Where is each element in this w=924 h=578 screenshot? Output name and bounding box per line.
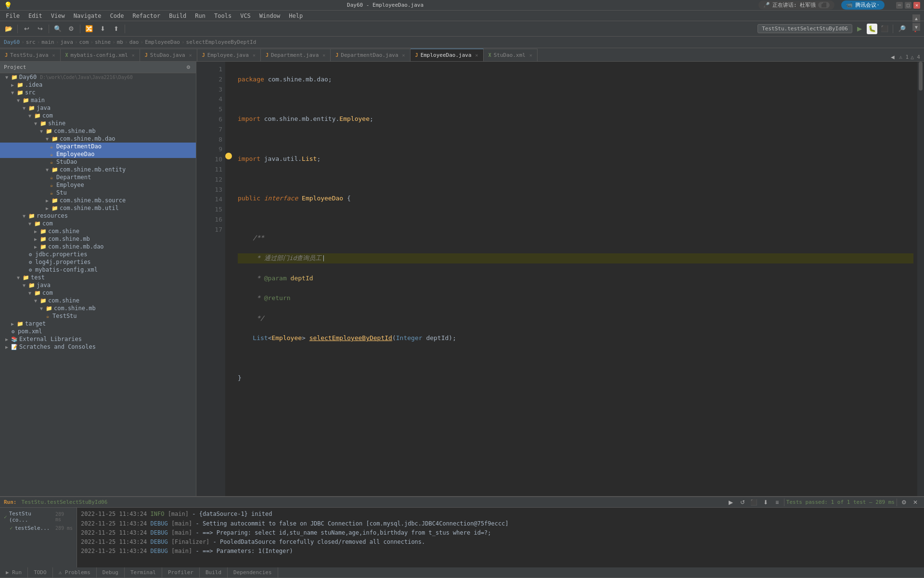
project-gear-btn[interactable]: ⚙	[184, 64, 192, 71]
source-code[interactable]: package com.shine.mb.dao; import com.shi…	[234, 62, 917, 496]
tree-res-comshiembdao[interactable]: ▶ 📁 com.shine.mb.dao	[0, 243, 196, 250]
bc-com[interactable]: com	[79, 39, 89, 45]
close-bottom-btn[interactable]: ✕	[911, 498, 920, 507]
toolbar-settings-btn[interactable]: ⚙	[65, 23, 77, 35]
tree-com[interactable]: ▼ 📁 com	[0, 112, 196, 119]
tree-com-shine-mb-util[interactable]: ▶ 📁 com.shine.mb.util	[0, 204, 196, 212]
tree-employeedao-file[interactable]: ☕ EmployeeDao	[0, 150, 196, 158]
menu-run[interactable]: Run	[191, 12, 209, 20]
toolbar-project-btn[interactable]: 📂	[3, 23, 14, 35]
menu-navigate[interactable]: Navigate	[70, 12, 105, 20]
bc-src[interactable]: src	[26, 39, 36, 45]
bottom-tab-todo[interactable]: TODO	[28, 567, 53, 578]
tab-close-employee[interactable]: ✕	[253, 53, 256, 58]
tree-res-comshiemb[interactable]: ▶ 📁 com.shine.mb	[0, 235, 196, 243]
tab-scroll-left[interactable]: ◀	[888, 53, 897, 61]
bottom-tab-build[interactable]: Build	[200, 567, 228, 578]
tab-department[interactable]: J Department.java ✕	[261, 49, 331, 61]
stop-button[interactable]: ⬛	[879, 24, 890, 34]
rerun-failed-btn[interactable]: ↺	[738, 498, 747, 507]
tree-test-com[interactable]: ▼ 📁 com	[0, 289, 196, 297]
code-editor[interactable]: 1 2 3 4 5 6 7 8 9 10 11 12 13 14 15 16 1	[196, 62, 924, 496]
tab-close-teststu[interactable]: ✕	[52, 53, 55, 58]
speaking-action[interactable]: ⬛	[818, 2, 830, 8]
tree-departmentdao-file[interactable]: ☕ DepartmentDao	[0, 143, 196, 150]
scrollbar-thumb[interactable]	[919, 62, 923, 91]
tab-close-mybatis[interactable]: ✕	[132, 53, 135, 58]
tree-day60[interactable]: ▼ 📁 Day60 D:\work\Code\Java\Java2216\Day…	[0, 73, 196, 81]
bc-method[interactable]: selectEmployeeByDeptId	[186, 39, 257, 45]
bottom-tab-profiler[interactable]: Profiler	[162, 567, 200, 578]
menu-refactor[interactable]: Refactor	[128, 12, 164, 20]
tab-employee[interactable]: J Employee.java ✕	[197, 49, 261, 61]
menu-build[interactable]: Build	[165, 12, 190, 20]
menu-edit[interactable]: Edit	[25, 12, 46, 20]
bottom-tab-terminal[interactable]: Terminal	[125, 567, 162, 578]
menu-tools[interactable]: Tools	[210, 12, 235, 20]
tree-com-shine-mb-entity[interactable]: ▼ 📁 com.shine.mb.entity	[0, 166, 196, 173]
debug-button[interactable]: 🐛	[867, 24, 877, 34]
bottom-tab-dependencies[interactable]: Dependencies	[228, 567, 278, 578]
bc-employeedao[interactable]: EmployeeDao	[145, 39, 180, 45]
tree-external-libs[interactable]: ▶ 📚 External Libraries	[0, 335, 196, 343]
tree-jdbc-props[interactable]: ⚙ jdbc.properties	[0, 250, 196, 258]
close-button[interactable]: ✕	[913, 2, 920, 9]
tab-close-departmentdao[interactable]: ✕	[402, 53, 405, 58]
filter-btn[interactable]: ⬇	[761, 498, 770, 507]
tree-shine[interactable]: ▼ 📁 shine	[0, 119, 196, 127]
tree-teststu-file[interactable]: ☕ TestStu	[0, 312, 196, 320]
tab-close-employeedao[interactable]: ✕	[475, 53, 478, 58]
toolbar-search-btn[interactable]: 🔍	[52, 23, 64, 35]
bc-shine[interactable]: shine	[95, 39, 111, 45]
title-bar-right[interactable]: 🎤 正在讲话: 杜军强 ⬛ 📹 腾讯会议· ─ □ ✕	[758, 0, 920, 10]
menu-help[interactable]: Help	[285, 12, 307, 20]
bottom-tab-debug[interactable]: Debug	[97, 567, 125, 578]
tree-studao-file[interactable]: ☕ StuDao	[0, 158, 196, 166]
menu-vcs[interactable]: VCS	[236, 12, 255, 20]
test-item-selectstu[interactable]: ✓ testSele... 289 ms	[2, 524, 75, 532]
run-button[interactable]: ▶	[854, 24, 865, 34]
tree-employee-file[interactable]: ☕ Employee	[0, 181, 196, 189]
tree-pomxml[interactable]: ⚙ pom.xml	[0, 328, 196, 335]
tree-log4j-props[interactable]: ⚙ log4j.properties	[0, 258, 196, 266]
bottom-tab-run[interactable]: ▶ Run	[0, 567, 28, 578]
tree-mybatis-config[interactable]: ⚙ mybatis-config.xml	[0, 266, 196, 274]
tree-test[interactable]: ▼ 📁 test	[0, 274, 196, 281]
toolbar-push-btn[interactable]: ⬆	[110, 23, 122, 35]
video-call-badge[interactable]: 📹 腾讯会议·	[841, 0, 885, 10]
tree-res-com[interactable]: ▼ 📁 com	[0, 220, 196, 227]
tree-idea[interactable]: ▶ 📁 .idea	[0, 81, 196, 89]
tree-scratches[interactable]: ▶ 📝 Scratches and Consoles	[0, 343, 196, 351]
tree-res-com-shine[interactable]: ▶ 📁 com.shine	[0, 227, 196, 235]
bottom-tab-problems[interactable]: ⚠ Problems	[53, 567, 97, 578]
minimize-button[interactable]: ─	[896, 2, 903, 9]
tree-com-shine-mb[interactable]: ▼ 📁 com.shine.mb	[0, 127, 196, 135]
menu-window[interactable]: Window	[256, 12, 284, 20]
rerun-btn[interactable]: ▶	[726, 498, 736, 507]
toolbar-search2-btn[interactable]: 🔎	[896, 23, 908, 35]
menu-code[interactable]: Code	[106, 12, 128, 20]
tab-studao[interactable]: J StuDao.java ✕	[140, 49, 197, 61]
bc-dao[interactable]: dao	[129, 39, 139, 45]
tab-studaoxml[interactable]: X StuDao.xml ✕	[484, 49, 538, 61]
maximize-button[interactable]: □	[905, 2, 911, 9]
tab-close-studao[interactable]: ✕	[189, 53, 192, 58]
toolbar-git-btn[interactable]: 🔀	[83, 23, 95, 35]
bc-main[interactable]: main	[41, 39, 54, 45]
tree-com-shine-mb-source[interactable]: ▶ 📁 com.shine.mb.source	[0, 197, 196, 204]
menu-file[interactable]: File	[2, 12, 24, 20]
tree-com-shine-mb-dao[interactable]: ▼ 📁 com.shine.mb.dao	[0, 135, 196, 143]
tree-resources[interactable]: ▼ 📁 resources	[0, 212, 196, 220]
tree-src[interactable]: ▼ 📁 src	[0, 89, 196, 96]
tree-test-java[interactable]: ▼ 📁 java	[0, 281, 196, 289]
tab-close-studaoxml[interactable]: ✕	[529, 53, 532, 58]
tab-teststu[interactable]: J TestStu.java ✕	[0, 49, 61, 61]
tree-java[interactable]: ▼ 📁 java	[0, 104, 196, 112]
bc-day60[interactable]: Day60	[4, 39, 20, 45]
test-item-teststu[interactable]: ✓ TestStu (co... 289 ms	[2, 510, 75, 524]
toolbar-update-btn[interactable]: ⬇	[97, 23, 108, 35]
tree-main[interactable]: ▼ 📁 main	[0, 96, 196, 104]
menu-view[interactable]: View	[47, 12, 69, 20]
tree-stu-file[interactable]: ☕ Stu	[0, 189, 196, 197]
run-config-name[interactable]: TestStu.testSelectStuById06	[757, 24, 852, 33]
